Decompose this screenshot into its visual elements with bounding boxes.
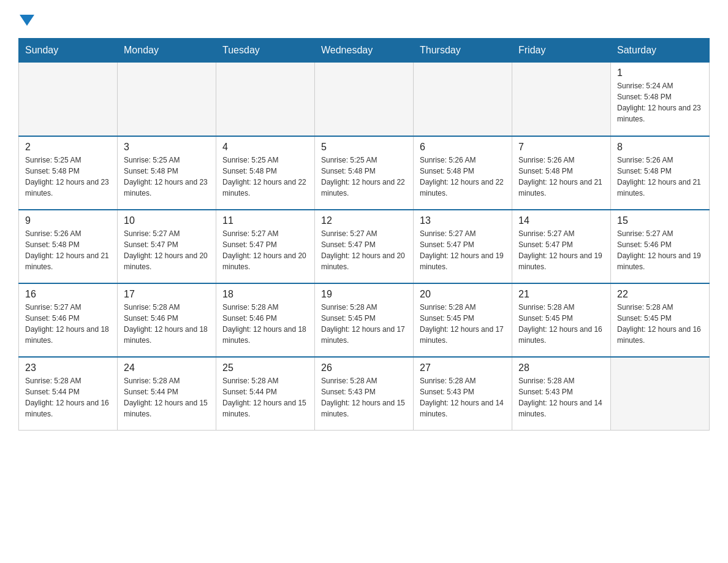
calendar-cell: 13Sunrise: 5:27 AM Sunset: 5:47 PM Dayli… [414,210,512,283]
weekday-header-saturday: Saturday [611,39,710,63]
calendar-cell [118,63,216,136]
calendar-cell: 18Sunrise: 5:28 AM Sunset: 5:46 PM Dayli… [216,283,315,357]
calendar-cell: 26Sunrise: 5:28 AM Sunset: 5:43 PM Dayli… [315,357,414,431]
calendar-cell [414,63,512,136]
day-info: Sunrise: 5:24 AM Sunset: 5:48 PM Dayligh… [617,80,703,124]
day-info: Sunrise: 5:27 AM Sunset: 5:47 PM Dayligh… [222,228,308,272]
weekday-header-monday: Monday [118,39,216,63]
day-info: Sunrise: 5:28 AM Sunset: 5:43 PM Dayligh… [420,375,506,419]
calendar-cell: 19Sunrise: 5:28 AM Sunset: 5:45 PM Dayli… [315,283,414,357]
calendar-cell: 6Sunrise: 5:26 AM Sunset: 5:48 PM Daylig… [414,136,512,210]
day-number: 21 [518,289,604,300]
day-number: 22 [617,289,703,300]
calendar-cell [216,63,315,136]
calendar-cell: 10Sunrise: 5:27 AM Sunset: 5:47 PM Dayli… [118,210,216,283]
calendar-week-row: 1Sunrise: 5:24 AM Sunset: 5:48 PM Daylig… [19,63,710,136]
calendar-cell: 8Sunrise: 5:26 AM Sunset: 5:48 PM Daylig… [611,136,710,210]
calendar-week-row: 16Sunrise: 5:27 AM Sunset: 5:46 PM Dayli… [19,283,710,357]
day-number: 14 [518,215,604,226]
weekday-header-tuesday: Tuesday [216,39,315,63]
day-number: 7 [518,142,604,153]
calendar-cell: 7Sunrise: 5:26 AM Sunset: 5:48 PM Daylig… [512,136,611,210]
calendar-cell: 24Sunrise: 5:28 AM Sunset: 5:44 PM Dayli… [118,357,216,431]
calendar-cell: 23Sunrise: 5:28 AM Sunset: 5:44 PM Dayli… [19,357,118,431]
calendar-cell: 2Sunrise: 5:25 AM Sunset: 5:48 PM Daylig… [19,136,118,210]
day-number: 13 [420,215,506,226]
day-number: 24 [124,362,210,373]
calendar-cell: 20Sunrise: 5:28 AM Sunset: 5:45 PM Dayli… [414,283,512,357]
day-number: 25 [222,362,308,373]
weekday-header-sunday: Sunday [19,39,118,63]
day-info: Sunrise: 5:26 AM Sunset: 5:48 PM Dayligh… [518,155,604,199]
day-info: Sunrise: 5:28 AM Sunset: 5:45 PM Dayligh… [518,302,604,346]
day-info: Sunrise: 5:28 AM Sunset: 5:45 PM Dayligh… [617,302,703,346]
calendar-cell [611,357,710,431]
logo [18,12,34,26]
calendar-cell: 15Sunrise: 5:27 AM Sunset: 5:46 PM Dayli… [611,210,710,283]
calendar-cell: 25Sunrise: 5:28 AM Sunset: 5:44 PM Dayli… [216,357,315,431]
calendar-cell: 14Sunrise: 5:27 AM Sunset: 5:47 PM Dayli… [512,210,611,283]
day-info: Sunrise: 5:26 AM Sunset: 5:48 PM Dayligh… [25,228,111,272]
calendar-week-row: 9Sunrise: 5:26 AM Sunset: 5:48 PM Daylig… [19,210,710,283]
calendar-cell: 4Sunrise: 5:25 AM Sunset: 5:48 PM Daylig… [216,136,315,210]
day-info: Sunrise: 5:27 AM Sunset: 5:46 PM Dayligh… [617,228,703,272]
calendar-cell: 12Sunrise: 5:27 AM Sunset: 5:47 PM Dayli… [315,210,414,283]
calendar-cell [19,63,118,136]
day-number: 8 [617,142,703,153]
day-info: Sunrise: 5:28 AM Sunset: 5:45 PM Dayligh… [420,302,506,346]
day-info: Sunrise: 5:25 AM Sunset: 5:48 PM Dayligh… [124,155,210,199]
day-number: 15 [617,215,703,226]
calendar-cell: 17Sunrise: 5:28 AM Sunset: 5:46 PM Dayli… [118,283,216,357]
calendar-cell: 9Sunrise: 5:26 AM Sunset: 5:48 PM Daylig… [19,210,118,283]
weekday-header-row: SundayMondayTuesdayWednesdayThursdayFrid… [19,39,710,63]
day-info: Sunrise: 5:28 AM Sunset: 5:43 PM Dayligh… [321,375,407,419]
day-number: 12 [321,215,407,226]
day-number: 10 [124,215,210,226]
day-number: 20 [420,289,506,300]
day-number: 18 [222,289,308,300]
day-number: 23 [25,362,111,373]
day-info: Sunrise: 5:28 AM Sunset: 5:46 PM Dayligh… [124,302,210,346]
calendar-week-row: 2Sunrise: 5:25 AM Sunset: 5:48 PM Daylig… [19,136,710,210]
calendar-table: SundayMondayTuesdayWednesdayThursdayFrid… [18,38,710,431]
calendar-cell: 1Sunrise: 5:24 AM Sunset: 5:48 PM Daylig… [611,63,710,136]
calendar-cell: 5Sunrise: 5:25 AM Sunset: 5:48 PM Daylig… [315,136,414,210]
weekday-header-wednesday: Wednesday [315,39,414,63]
day-number: 19 [321,289,407,300]
day-info: Sunrise: 5:28 AM Sunset: 5:44 PM Dayligh… [25,375,111,419]
day-info: Sunrise: 5:26 AM Sunset: 5:48 PM Dayligh… [420,155,506,199]
day-info: Sunrise: 5:27 AM Sunset: 5:47 PM Dayligh… [518,228,604,272]
day-number: 9 [25,215,111,226]
calendar-cell: 22Sunrise: 5:28 AM Sunset: 5:45 PM Dayli… [611,283,710,357]
calendar-cell: 16Sunrise: 5:27 AM Sunset: 5:46 PM Dayli… [19,283,118,357]
day-info: Sunrise: 5:28 AM Sunset: 5:46 PM Dayligh… [222,302,308,346]
day-number: 28 [518,362,604,373]
calendar-week-row: 23Sunrise: 5:28 AM Sunset: 5:44 PM Dayli… [19,357,710,431]
logo-triangle-icon [20,15,34,26]
day-info: Sunrise: 5:28 AM Sunset: 5:43 PM Dayligh… [518,375,604,419]
day-info: Sunrise: 5:27 AM Sunset: 5:47 PM Dayligh… [321,228,407,272]
calendar-cell: 21Sunrise: 5:28 AM Sunset: 5:45 PM Dayli… [512,283,611,357]
day-info: Sunrise: 5:27 AM Sunset: 5:47 PM Dayligh… [420,228,506,272]
calendar-cell: 11Sunrise: 5:27 AM Sunset: 5:47 PM Dayli… [216,210,315,283]
calendar-cell [315,63,414,136]
day-number: 5 [321,142,407,153]
day-info: Sunrise: 5:28 AM Sunset: 5:44 PM Dayligh… [124,375,210,419]
calendar-cell [512,63,611,136]
day-info: Sunrise: 5:27 AM Sunset: 5:46 PM Dayligh… [25,302,111,346]
day-info: Sunrise: 5:26 AM Sunset: 5:48 PM Dayligh… [617,155,703,199]
day-number: 26 [321,362,407,373]
weekday-header-thursday: Thursday [414,39,512,63]
day-info: Sunrise: 5:28 AM Sunset: 5:44 PM Dayligh… [222,375,308,419]
day-number: 4 [222,142,308,153]
day-info: Sunrise: 5:27 AM Sunset: 5:47 PM Dayligh… [124,228,210,272]
day-number: 17 [124,289,210,300]
day-number: 1 [617,67,703,79]
calendar-cell: 28Sunrise: 5:28 AM Sunset: 5:43 PM Dayli… [512,357,611,431]
day-number: 2 [25,142,111,153]
weekday-header-friday: Friday [512,39,611,63]
day-number: 3 [124,142,210,153]
day-number: 6 [420,142,506,153]
calendar-cell: 3Sunrise: 5:25 AM Sunset: 5:48 PM Daylig… [118,136,216,210]
day-info: Sunrise: 5:25 AM Sunset: 5:48 PM Dayligh… [25,155,111,199]
